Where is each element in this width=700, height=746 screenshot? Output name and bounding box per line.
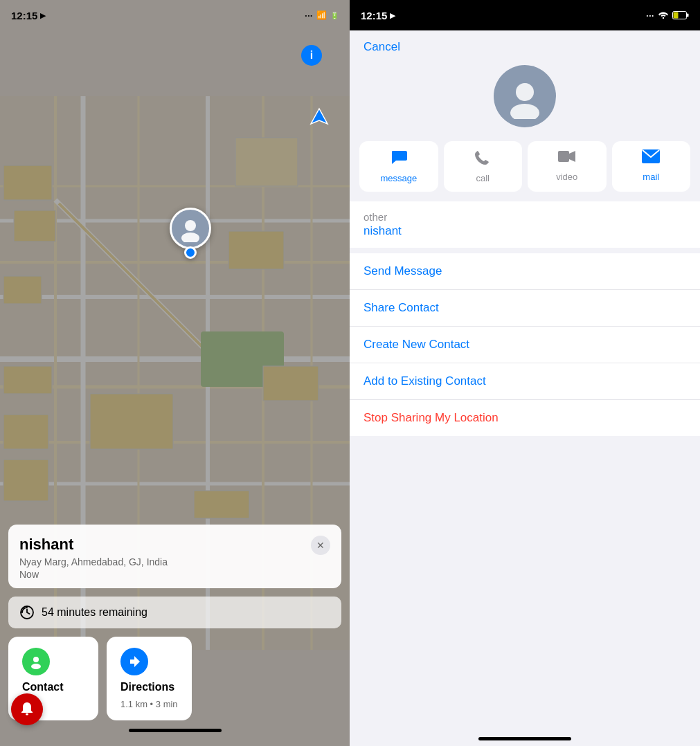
time-right: 12:15 [361, 10, 387, 21]
svg-point-40 [516, 83, 534, 101]
time-remaining-row: 54 minutes remaining [8, 597, 341, 628]
left-panel: 12:15 ▶ ••• 📶 🔋 i nishant [0, 0, 350, 746]
stop-sharing-text: Stop Sharing My Location [364, 411, 499, 425]
user-avatar [170, 208, 211, 249]
bottom-info-area: nishant ✕ Nyay Marg, Ahmedabad, GJ, Indi… [0, 525, 350, 746]
location-card: nishant ✕ Nyay Marg, Ahmedabad, GJ, Indi… [8, 525, 341, 588]
share-contact-item[interactable]: Share Contact [350, 290, 700, 327]
svg-rect-39 [687, 14, 689, 17]
location-arrow-right: ▶ [390, 11, 395, 20]
close-icon: ✕ [316, 540, 325, 551]
svg-rect-42 [558, 151, 569, 162]
actions-row: Contact Directions 1.1 km • 3 min [8, 637, 341, 720]
video-label: video [556, 172, 577, 182]
time-left: 12:15 [11, 10, 37, 21]
cancel-button[interactable]: Cancel [364, 40, 400, 54]
directions-action-label: Directions [120, 681, 174, 693]
svg-rect-38 [674, 12, 679, 19]
call-button[interactable]: call [444, 141, 523, 192]
user-location-pin[interactable] [170, 208, 211, 259]
status-bar-left: 12:15 ▶ ••• 📶 🔋 [0, 0, 350, 30]
info-button[interactable]: i [301, 45, 322, 66]
message-button[interactable]: message [359, 141, 438, 192]
svg-point-34 [31, 664, 41, 669]
svg-point-30 [185, 220, 196, 231]
contact-sheet: Cancel message [350, 30, 700, 746]
svg-point-31 [181, 233, 199, 242]
send-message-text: Send Message [364, 264, 442, 278]
dots-icon-right: ••• [647, 12, 654, 19]
message-icon [391, 149, 407, 169]
time-remaining-text: 54 minutes remaining [42, 606, 147, 619]
location-time: Now [19, 569, 330, 580]
svg-point-36 [663, 17, 664, 18]
mail-label: mail [643, 172, 659, 182]
video-icon [558, 149, 576, 167]
contact-avatar [494, 65, 556, 127]
home-indicator-left [129, 729, 222, 732]
directions-action-card[interactable]: Directions 1.1 km • 3 min [107, 637, 192, 720]
contact-action-label: Contact [22, 681, 64, 693]
share-contact-text: Share Contact [364, 301, 439, 315]
contact-info-section: other nishant [350, 201, 700, 248]
mail-button[interactable]: mail [612, 141, 691, 192]
sheet-actions-row: message call video [350, 141, 700, 201]
status-bar-right: 12:15 ▶ ••• [350, 0, 700, 30]
home-indicator-right [478, 737, 571, 740]
add-to-existing-item[interactable]: Add to Existing Contact [350, 363, 700, 400]
right-panel: 12:15 ▶ ••• Cance [350, 0, 700, 746]
create-new-contact-item[interactable]: Create New Contact [350, 327, 700, 363]
clock-icon [19, 605, 35, 620]
location-address: Nyay Marg, Ahmedabad, GJ, India [19, 556, 330, 567]
spacer [350, 436, 700, 737]
battery-icon-left: 🔋 [330, 12, 339, 19]
create-new-contact-text: Create New Contact [364, 338, 469, 352]
stop-sharing-item[interactable]: Stop Sharing My Location [350, 400, 700, 436]
call-icon [475, 149, 490, 169]
close-button[interactable]: ✕ [311, 536, 330, 555]
directions-sublabel: 1.1 km • 3 min [120, 699, 178, 709]
alert-bell-button[interactable] [11, 693, 43, 725]
directions-icon-circle [120, 648, 148, 675]
contact-info-value: nishant [364, 224, 686, 238]
svg-point-41 [510, 104, 539, 119]
wifi-icon-left: 📶 [316, 10, 327, 20]
user-pin-dot [184, 246, 197, 259]
wifi-icon-right [658, 10, 669, 21]
contact-icon-circle [22, 648, 50, 675]
sheet-header: Cancel [350, 30, 700, 54]
location-name: nishant [19, 536, 73, 554]
dots-icon-left: ••• [305, 12, 313, 19]
svg-point-35 [26, 713, 28, 716]
add-to-existing-text: Add to Existing Contact [364, 374, 486, 388]
avatar-section [350, 54, 700, 141]
menu-section: Send Message Share Contact Create New Co… [350, 253, 700, 436]
battery-icon-right [672, 11, 689, 19]
mail-icon [642, 149, 660, 167]
message-label: message [380, 173, 417, 183]
svg-point-33 [33, 657, 39, 662]
send-message-item[interactable]: Send Message [350, 253, 700, 290]
svg-marker-29 [311, 109, 327, 124]
navigation-arrow[interactable] [309, 107, 329, 129]
contact-info-label: other [364, 211, 686, 223]
call-label: call [476, 173, 490, 183]
video-button[interactable]: video [528, 141, 607, 192]
location-arrow-left: ▶ [40, 11, 46, 20]
